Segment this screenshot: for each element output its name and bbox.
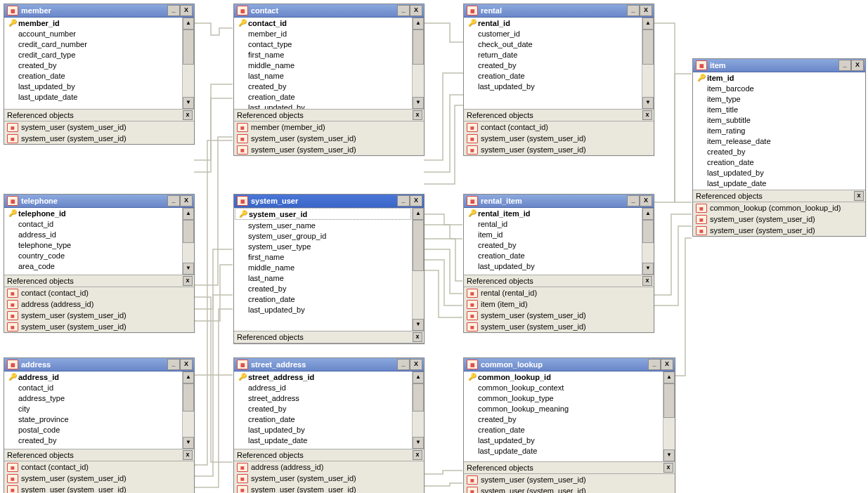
column-row[interactable]: 🔑item_id — [693, 72, 865, 83]
vertical-scrollbar[interactable]: ▲▼ — [412, 18, 424, 109]
close-button[interactable]: X — [661, 359, 673, 370]
column-row[interactable]: •creation_date — [693, 157, 865, 167]
column-row[interactable]: 🔑rental_id — [464, 18, 642, 28]
column-row[interactable]: •first_name — [234, 251, 412, 262]
column-row[interactable]: •area_code — [4, 261, 182, 271]
referenced-object-row[interactable]: ▦system_user (system_user_id) — [693, 225, 865, 236]
referenced-object-row[interactable]: ▦system_user (system_user_id) — [4, 121, 194, 133]
close-panel-button[interactable]: x — [854, 191, 864, 201]
close-panel-button[interactable]: x — [413, 450, 422, 460]
column-row[interactable]: •address_id — [4, 229, 182, 239]
column-row[interactable]: •system_user_group_id — [234, 230, 412, 241]
column-row[interactable]: •created_by — [464, 414, 663, 424]
table-window-common_lookup[interactable]: ▦common_lookup_X🔑common_lookup_id•common… — [463, 357, 675, 493]
column-row[interactable]: •last_update_date — [4, 91, 182, 102]
column-row[interactable]: •credit_card_number — [4, 39, 182, 49]
titlebar[interactable]: ▦address_X — [4, 358, 194, 372]
minimize-button[interactable]: _ — [627, 195, 640, 206]
scroll-track[interactable] — [183, 220, 194, 263]
referenced-object-row[interactable]: ▦contact (contact_id) — [4, 461, 194, 473]
column-row[interactable]: •created_by — [464, 60, 642, 70]
referenced-object-row[interactable]: ▦system_user (system_user_id) — [4, 310, 194, 321]
titlebar[interactable]: ▦item_X — [693, 59, 865, 72]
column-row[interactable]: •created_by — [4, 60, 182, 70]
column-row[interactable]: •last_update_date — [693, 178, 865, 188]
column-row[interactable]: •creation_date — [234, 414, 412, 424]
scroll-up-arrow-icon[interactable]: ▲ — [642, 208, 654, 220]
column-row[interactable]: •contact_id — [4, 382, 182, 393]
vertical-scrollbar[interactable]: ▲▼ — [412, 208, 424, 331]
scroll-down-arrow-icon[interactable]: ▼ — [413, 437, 424, 449]
table-window-item[interactable]: ▦item_X🔑item_id•item_barcode•item_type•i… — [692, 58, 866, 237]
column-row[interactable]: •last_updated_by — [464, 435, 663, 445]
titlebar[interactable]: ▦common_lookup_X — [464, 358, 675, 372]
column-row[interactable]: 🔑common_lookup_id — [464, 372, 663, 382]
scroll-thumb[interactable] — [413, 29, 424, 65]
titlebar[interactable]: ▦contact_X — [234, 4, 424, 18]
column-row[interactable]: 🔑address_id — [4, 372, 182, 382]
scroll-thumb[interactable] — [183, 220, 194, 243]
column-row[interactable]: •check_out_date — [464, 39, 642, 49]
referenced-object-row[interactable]: ▦member (member_id) — [234, 121, 424, 133]
referenced-object-row[interactable]: ▦contact (contact_id) — [4, 287, 194, 298]
close-panel-button[interactable]: x — [413, 332, 422, 342]
column-row[interactable]: •last_updated_by — [234, 102, 412, 109]
close-button[interactable]: X — [851, 60, 864, 71]
scroll-track[interactable] — [413, 383, 424, 437]
column-row[interactable]: •street_address — [234, 393, 412, 403]
column-row[interactable]: •creation_date — [464, 70, 642, 81]
column-row[interactable]: •credit_card_type — [4, 49, 182, 60]
column-row[interactable]: •created_by — [693, 146, 865, 157]
scroll-up-arrow-icon[interactable]: ▲ — [183, 208, 194, 220]
column-row[interactable]: •address_id — [234, 382, 412, 393]
scroll-track[interactable] — [413, 220, 424, 319]
column-row[interactable]: •item_rating — [693, 125, 865, 136]
scroll-thumb[interactable] — [183, 383, 194, 412]
referenced-object-row[interactable]: ▦system_user (system_user_id) — [464, 310, 654, 321]
column-row[interactable]: •created_by — [464, 239, 642, 250]
table-window-contact[interactable]: ▦contact_X🔑contact_id•member_id•contact_… — [233, 4, 425, 156]
referenced-object-row[interactable]: ▦system_user (system_user_id) — [234, 133, 424, 144]
table-window-street_address[interactable]: ▦street_address_X🔑street_address_id•addr… — [233, 357, 425, 493]
titlebar[interactable]: ▦member_X — [4, 4, 194, 18]
scroll-down-arrow-icon[interactable]: ▼ — [413, 97, 424, 109]
vertical-scrollbar[interactable]: ▲▼ — [642, 18, 654, 109]
column-row[interactable]: •rental_id — [464, 218, 642, 229]
referenced-object-row[interactable]: ▦system_user (system_user_id) — [464, 321, 654, 332]
column-row[interactable]: •created_by — [234, 283, 412, 294]
scroll-thumb[interactable] — [642, 29, 654, 65]
scroll-thumb[interactable] — [413, 220, 424, 271]
scroll-thumb[interactable] — [183, 29, 194, 65]
column-row[interactable]: •creation_date — [464, 250, 642, 261]
close-panel-button[interactable]: x — [183, 276, 193, 286]
column-row[interactable]: •creation_date — [234, 91, 412, 102]
column-row[interactable]: 🔑rental_item_id — [464, 208, 642, 218]
column-row[interactable]: •address_type — [4, 393, 182, 403]
column-row[interactable]: •member_id — [234, 28, 412, 39]
column-row[interactable]: •country_code — [4, 250, 182, 261]
scroll-down-arrow-icon[interactable]: ▼ — [183, 97, 194, 109]
referenced-object-row[interactable]: ▦system_user (system_user_id) — [234, 484, 424, 493]
table-window-member[interactable]: ▦member_X🔑member_id•account_number•credi… — [4, 4, 195, 145]
titlebar[interactable]: ▦telephone_X — [4, 195, 194, 208]
referenced-object-row[interactable]: ▦system_user (system_user_id) — [4, 473, 194, 484]
referenced-object-row[interactable]: ▦item (item_id) — [464, 298, 654, 310]
scroll-up-arrow-icon[interactable]: ▲ — [663, 372, 675, 383]
titlebar[interactable]: ▦street_address_X — [234, 358, 424, 372]
referenced-object-row[interactable]: ▦address (address_id) — [234, 461, 424, 473]
referenced-object-row[interactable]: ▦system_user (system_user_id) — [4, 484, 194, 493]
column-row[interactable]: •return_date — [464, 49, 642, 60]
column-row[interactable]: •last_updated_by — [464, 261, 642, 271]
column-row[interactable]: 🔑system_user_id — [235, 208, 411, 220]
scroll-down-arrow-icon[interactable]: ▼ — [663, 449, 675, 461]
minimize-button[interactable]: _ — [648, 359, 661, 370]
scroll-track[interactable] — [663, 383, 675, 449]
column-row[interactable]: •state_province — [4, 414, 182, 424]
referenced-object-row[interactable]: ▦system_user (system_user_id) — [4, 321, 194, 332]
column-row[interactable]: •account_number — [4, 28, 182, 39]
column-row[interactable]: •item_type — [693, 93, 865, 104]
close-panel-button[interactable]: x — [642, 110, 652, 120]
vertical-scrollbar[interactable]: ▲▼ — [182, 208, 194, 275]
column-row[interactable]: •last_updated_by — [234, 424, 412, 435]
scroll-up-arrow-icon[interactable]: ▲ — [642, 18, 654, 29]
